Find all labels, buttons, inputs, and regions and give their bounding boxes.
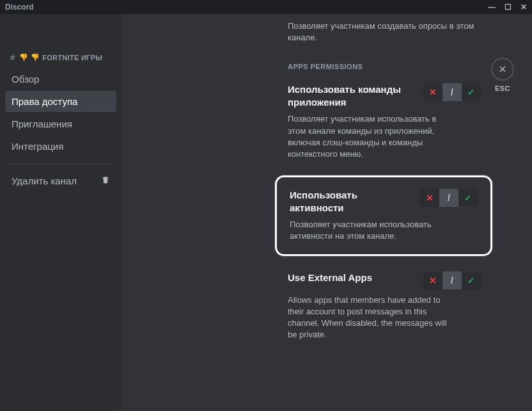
previous-permission-desc: Позволяет участникам создавать опросы в … bbox=[288, 20, 481, 44]
sidebar-item-label: Обзор bbox=[12, 74, 39, 85]
minimize-button[interactable]: — bbox=[488, 3, 496, 12]
toggle-allow[interactable]: ✓ bbox=[462, 271, 481, 289]
settings-sidebar: # 👎 👎 FORTNITE ИГРЫ Обзор Права доступа … bbox=[0, 14, 121, 411]
sidebar-item-integrations[interactable]: Интеграция bbox=[5, 136, 116, 157]
close-icon bbox=[491, 58, 514, 81]
channel-emoji-2: 👎 bbox=[31, 53, 40, 61]
permission-title: Использовать команды приложения bbox=[288, 83, 413, 108]
permission-toggle: ✕ / ✓ bbox=[420, 189, 478, 207]
toggle-allow[interactable]: ✓ bbox=[458, 189, 478, 207]
permission-desc: Позволяет участникам использовать активн… bbox=[290, 219, 456, 242]
permission-app-commands: Использовать команды приложения ✕ / ✓ По… bbox=[288, 83, 481, 160]
sidebar-divider bbox=[9, 163, 113, 164]
sidebar-item-invites[interactable]: Приглашения bbox=[5, 113, 116, 134]
sidebar-item-label: Права доступа bbox=[12, 96, 77, 107]
esc-label: ESC bbox=[495, 85, 510, 92]
toggle-neutral[interactable]: / bbox=[442, 271, 462, 289]
section-header-apps: APPS PERMISSIONS bbox=[288, 63, 481, 70]
toggle-allow[interactable]: ✓ bbox=[462, 83, 481, 101]
permission-toggle: ✕ / ✓ bbox=[423, 83, 481, 101]
toggle-neutral[interactable]: / bbox=[442, 83, 462, 101]
permission-external-apps: Use External Apps ✕ / ✓ Allows apps that… bbox=[288, 271, 481, 341]
permission-use-activities: Использовать активности ✕ / ✓ Позволяет … bbox=[275, 175, 492, 255]
permission-toggle: ✕ / ✓ bbox=[423, 271, 481, 289]
trash-icon bbox=[101, 175, 110, 186]
app-title: Discord bbox=[5, 3, 34, 12]
main-panel: ESC Позволяет участникам создавать опрос… bbox=[121, 14, 532, 411]
close-button[interactable]: ✕ bbox=[520, 3, 527, 12]
sidebar-item-overview[interactable]: Обзор bbox=[5, 68, 116, 90]
sidebar-item-label: Удалить канал bbox=[12, 175, 77, 186]
channel-emoji-1: 👎 bbox=[19, 53, 28, 61]
permission-title: Использовать активности bbox=[290, 189, 410, 214]
close-settings-button[interactable]: ESC bbox=[491, 58, 514, 92]
toggle-deny[interactable]: ✕ bbox=[423, 83, 442, 101]
channel-header: # 👎 👎 FORTNITE ИГРЫ bbox=[5, 52, 116, 68]
sidebar-item-label: Приглашения bbox=[12, 118, 72, 129]
toggle-deny[interactable]: ✕ bbox=[423, 271, 442, 289]
window-controls: — ☐ ✕ bbox=[488, 3, 527, 12]
maximize-button[interactable]: ☐ bbox=[505, 3, 512, 12]
toggle-neutral[interactable]: / bbox=[439, 189, 458, 207]
sidebar-item-permissions[interactable]: Права доступа bbox=[5, 91, 116, 112]
toggle-deny[interactable]: ✕ bbox=[420, 189, 439, 207]
channel-hash-icon: # bbox=[10, 52, 15, 62]
titlebar: Discord — ☐ ✕ bbox=[0, 0, 532, 14]
permission-title: Use External Apps bbox=[288, 271, 372, 284]
sidebar-item-label: Интеграция bbox=[12, 141, 63, 152]
permission-desc: Allows apps that members have added to t… bbox=[288, 294, 454, 341]
channel-name: FORTNITE ИГРЫ bbox=[42, 54, 102, 61]
sidebar-item-delete[interactable]: Удалить канал bbox=[5, 170, 116, 191]
permission-desc: Позволяет участникам использовать в этом… bbox=[288, 113, 454, 160]
